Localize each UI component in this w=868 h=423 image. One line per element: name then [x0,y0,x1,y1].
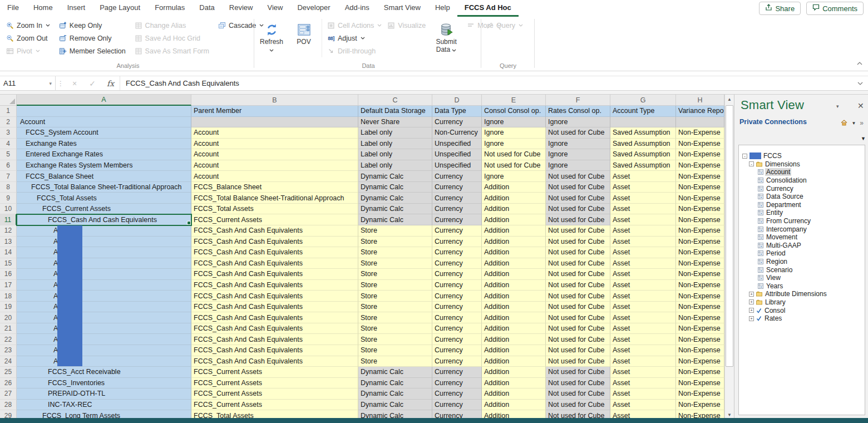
cell-e3[interactable]: Ignore [482,127,546,139]
row-header-17[interactable]: 17 [0,280,17,291]
cell-d2[interactable]: Currency [432,117,482,128]
row-header-24[interactable]: 24 [0,356,17,367]
cell-d13[interactable]: Currency [432,237,482,248]
cell-b7[interactable]: Account [191,171,358,182]
member-selection-button[interactable]: Member Selection [56,45,129,57]
cell-h9[interactable]: Non-Expense [676,193,724,204]
cell-b4[interactable]: Account [191,139,358,150]
row-header-25[interactable]: 25 [0,367,17,378]
row-header-15[interactable]: 15 [0,258,17,269]
cell-b19[interactable]: FCCS_Cash And Cash Equivalents [191,302,358,313]
tree-item-currency[interactable]: Currency [739,184,865,193]
cell-g19[interactable]: Asset [610,302,676,313]
row-header-29[interactable]: 29 [0,410,17,419]
tree-item-dimensions[interactable]: -Dimensions [739,160,865,169]
cell-g13[interactable]: Asset [610,237,676,248]
row-header-21[interactable]: 21 [0,323,17,335]
cell-g11[interactable]: Asset [610,214,676,225]
cell-h2[interactable] [676,117,724,128]
cell-h3[interactable]: Non-Expense [676,127,724,139]
tab-data[interactable]: Data [192,0,221,17]
row-header-3[interactable]: 3 [0,127,17,139]
cell-e1[interactable]: Consol Consol op. [482,106,546,117]
cell-a5[interactable]: Entered Exchange Rates [17,149,191,160]
cell-a14[interactable]: A [17,247,191,258]
cell-e10[interactable]: Addition [482,204,546,215]
cell-d3[interactable]: Non-Currency [432,127,482,139]
cell-b3[interactable]: Account [191,127,358,139]
cell-b10[interactable]: FCCS_Total Assets [191,204,358,215]
cell-h23[interactable]: Non-Expense [676,345,724,356]
cell-e9[interactable]: Addition [482,193,546,204]
cell-h15[interactable]: Non-Expense [676,258,724,269]
refresh-button[interactable]: Refresh [257,19,286,53]
cell-a17[interactable]: A [17,280,191,291]
cell-d4[interactable]: Unspecified [432,139,482,150]
cell-g15[interactable]: Asset [610,258,676,269]
cell-g7[interactable]: Asset [610,171,676,182]
cell-h18[interactable]: Non-Expense [676,291,724,302]
cell-b14[interactable]: FCCS_Cash And Cash Equivalents [191,247,358,258]
cell-a2[interactable]: Account [17,117,191,128]
cell-c7[interactable]: Dynamic Calc [358,171,432,182]
cell-c15[interactable]: Store [358,258,432,269]
cell-a13[interactable]: A [17,237,191,248]
row-header-27[interactable]: 27 [0,388,17,400]
cell-h29[interactable]: Non-Expense [676,410,724,419]
cell-c19[interactable]: Store [358,302,432,313]
expand-node-icon[interactable]: + [749,316,754,321]
tab-file[interactable]: File [0,0,26,17]
row-header-19[interactable]: 19 [0,302,17,313]
cell-b12[interactable]: FCCS_Cash And Cash Equivalents [191,225,358,237]
cell-a15[interactable]: A [17,258,191,269]
expand-node-icon[interactable]: + [749,299,754,304]
cell-f11[interactable]: Not used for Cube [546,214,610,225]
cell-d10[interactable]: Currency [432,204,482,215]
cell-a7[interactable]: FCCS_Balance Sheet [17,171,191,182]
cell-f22[interactable]: Not used for Cube [546,334,610,345]
cell-b28[interactable]: FCCS_Current Assets [191,400,358,411]
cell-c9[interactable]: Dynamic Calc [358,193,432,204]
cell-a9[interactable]: FCCS_Total Assets [17,193,191,204]
cell-c17[interactable]: Store [358,280,432,291]
cell-f10[interactable]: Not used for Cube [546,204,610,215]
cell-d6[interactable]: Unspecified [432,160,482,171]
tab-developer[interactable]: Developer [290,0,337,17]
cell-f21[interactable]: Not used for Cube [546,323,610,335]
cell-f24[interactable]: Not used for Cube [546,356,610,367]
cell-a8[interactable]: FCCS_Total Balance Sheet-Traditional App… [17,182,191,193]
cell-d18[interactable]: Currency [432,291,482,302]
cell-f15[interactable]: Not used for Cube [546,258,610,269]
cell-f23[interactable]: Not used for Cube [546,345,610,356]
cell-d16[interactable]: Currency [432,269,482,280]
row-header-1[interactable]: 1 [0,106,17,117]
scrollbar-thumb[interactable] [726,105,733,367]
cell-e24[interactable]: Addition [482,356,546,367]
panel-close-icon[interactable]: ✕ [857,101,864,110]
row-header-23[interactable]: 23 [0,345,17,356]
cell-e7[interactable]: Ignore [482,171,546,182]
panel-menu-caret-icon[interactable]: ▾ [836,104,839,109]
cell-g23[interactable]: Asset [610,345,676,356]
cell-c26[interactable]: Dynamic Calc [358,378,432,389]
cell-c22[interactable]: Store [358,334,432,345]
cell-g16[interactable]: Asset [610,269,676,280]
cell-a20[interactable]: A [17,312,191,323]
visualize-button[interactable]: Visualize [384,19,428,32]
connection-combo-caret-icon[interactable]: ▼ [861,136,866,141]
vertical-scrollbar[interactable]: ▲ ▼ [724,95,734,420]
tree-item-years[interactable]: Years [739,282,865,291]
cell-a29[interactable]: FCCS_Long Term Assets [17,410,191,419]
cell-d5[interactable]: Unspecified [432,149,482,160]
cell-g17[interactable]: Asset [610,280,676,291]
cell-h16[interactable]: Non-Expense [676,269,724,280]
cell-c21[interactable]: Store [358,323,432,335]
tree-item-period[interactable]: Period [739,249,865,258]
cell-h10[interactable]: Non-Expense [676,204,724,215]
tree-item-consolidation[interactable]: Consolidation [739,176,865,185]
cell-h5[interactable]: Non-Expense [676,149,724,160]
tree-item-intercompany[interactable]: Intercompany [739,225,865,233]
cell-g3[interactable]: Saved Assumption [610,127,676,139]
cell-f27[interactable]: Not used for Cube [546,388,610,400]
cell-actions-button[interactable]: Cell Actions [324,19,384,32]
